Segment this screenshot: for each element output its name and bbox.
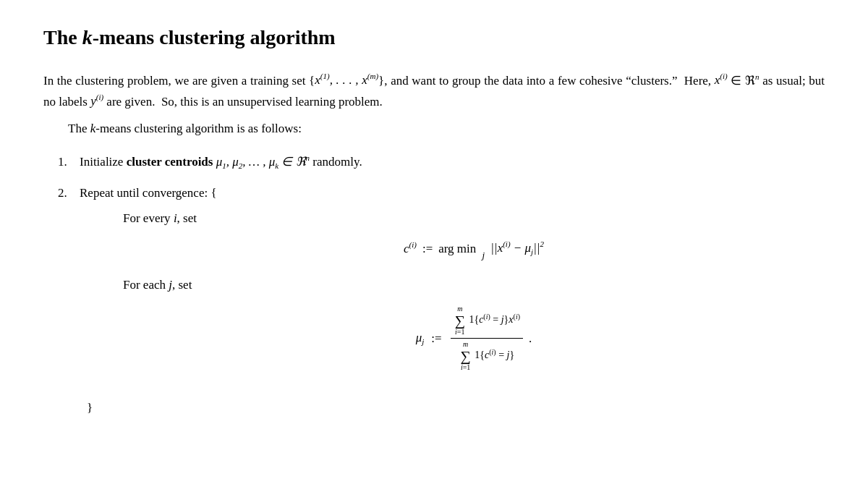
c-formula: c(i) := arg min m j <box>404 234 544 263</box>
for-every-label: For every i, set <box>123 208 825 228</box>
step-1-number: 1. <box>58 152 74 171</box>
mu-assign: := <box>431 329 441 348</box>
mu-formula-block: μj := m ∑ i=1 <box>123 300 825 376</box>
closing-brace: } <box>87 398 825 418</box>
c-formula-block: c(i) := arg min m j <box>123 234 825 263</box>
for-every-block: For every i, set c(i) := arg min <box>123 208 825 263</box>
mu-lhs: μj <box>416 328 425 349</box>
step-1-content: Initialize cluster centroids μ1, μ2, … ,… <box>80 152 825 173</box>
page-title: The k-means clustering algorithm <box>43 22 825 54</box>
mu-fraction: m ∑ i=1 1{c(i) = j}x(i) m <box>451 305 523 372</box>
mu-numerator: m ∑ i=1 1{c(i) = j}x(i) <box>451 305 523 339</box>
mu-formula: μj := m ∑ i=1 <box>416 305 532 372</box>
argmin-block: arg min <box>438 239 476 258</box>
c-assign: := <box>422 239 433 258</box>
mu-period: . <box>529 329 532 348</box>
for-each-block: For each j, set μj := <box>123 275 825 376</box>
c-rhs: ||x(i) − μj||2 <box>490 238 544 259</box>
step-2: 2. Repeat until convergence: { For every… <box>58 183 825 388</box>
step-2-number: 2. <box>58 183 74 203</box>
mu-denominator: m ∑ i=1 1{c(i) = j} <box>456 339 517 372</box>
algorithm-intro: The k-means clustering algorithm is as f… <box>43 119 825 139</box>
step-1: 1. Initialize cluster centroids μ1, μ2, … <box>58 152 825 173</box>
algorithm-list: 1. Initialize cluster centroids μ1, μ2, … <box>58 152 825 388</box>
intro-paragraph: In the clustering problem, we are given … <box>43 70 825 111</box>
c-lhs: c(i) <box>404 239 417 258</box>
for-each-label: For each j, set <box>123 275 825 295</box>
repeat-block: For every i, set c(i) := arg min <box>123 208 825 376</box>
cluster-centroids-term: cluster centroids <box>127 155 213 169</box>
k-italic: k <box>82 26 93 48</box>
step-2-content: Repeat until convergence: { For every i,… <box>80 183 825 388</box>
